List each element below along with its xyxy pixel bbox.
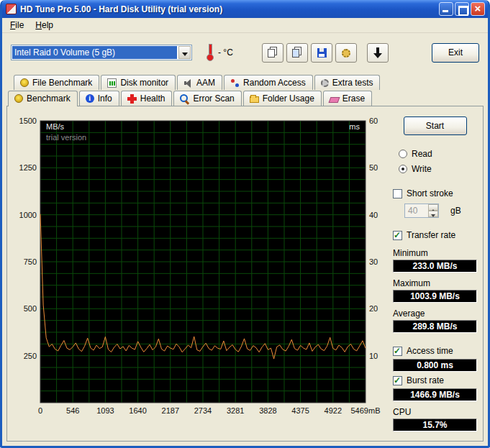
svg-text:3828: 3828 (259, 406, 276, 415)
copy-pages-button[interactable] (262, 43, 283, 63)
minimize-icon[interactable] (439, 2, 453, 16)
menu-help[interactable]: Help (30, 19, 59, 32)
options-icon (342, 49, 350, 58)
tab-disk-monitor[interactable]: Disk monitor (101, 75, 176, 90)
svg-text:40: 40 (369, 211, 378, 219)
svg-text:trial version: trial version (46, 133, 86, 142)
erase-icon (328, 97, 340, 103)
title-bar[interactable]: HD Tune Pro 5.00 - Hard Disk Utility (tr… (2, 0, 488, 18)
tab-benchmark[interactable]: Benchmark (8, 91, 78, 106)
short-stroke-size-value: 40 (405, 204, 428, 217)
benchmark-controls: Start Read Write Short stroke 40 (387, 112, 481, 439)
burst-rate-checkbox[interactable] (393, 376, 402, 385)
tab-label: Info (98, 93, 112, 104)
tab-error-scan[interactable]: Error Scan (173, 91, 241, 106)
svg-text:4375: 4375 (291, 406, 309, 415)
svg-text:2734: 2734 (194, 406, 212, 415)
maximum-value: 1003.9 MB/s (393, 290, 477, 303)
access-time-checkbox[interactable] (393, 347, 402, 356)
folder-icon (250, 96, 259, 103)
short-stroke-size-input[interactable]: 40 (404, 204, 439, 218)
window-title: HD Tune Pro 5.00 - Hard Disk Utility (tr… (20, 4, 437, 14)
menu-file[interactable]: File (4, 19, 30, 32)
tab-label: AAM (196, 78, 215, 88)
svg-text:1500: 1500 (19, 116, 37, 125)
read-radio[interactable] (399, 150, 407, 158)
short-stroke-label: Short stroke (407, 188, 453, 198)
burst-rate-label: Burst rate (407, 375, 444, 385)
svg-text:1000: 1000 (19, 211, 37, 219)
tab-label: Health (140, 93, 165, 104)
tab-health[interactable]: Health (121, 91, 173, 106)
short-stroke-row[interactable]: Short stroke (393, 186, 477, 201)
maximum-label: Maximum (393, 278, 477, 288)
close-icon[interactable] (471, 2, 485, 16)
access-time-row[interactable]: Access time (393, 344, 477, 358)
svg-text:30: 30 (369, 257, 378, 266)
temperature-label: - °C (218, 47, 233, 58)
minimum-label: Minimum (393, 248, 477, 258)
cpu-label: CPU (393, 407, 477, 417)
save-button[interactable] (311, 43, 332, 63)
tab-row-secondary: File Benchmark Disk monitor AAM Random A… (14, 75, 488, 90)
exit-button[interactable]: Exit (432, 43, 479, 63)
burst-rate-value: 1466.9 MB/s (393, 388, 477, 401)
svg-text:ms: ms (349, 122, 360, 131)
speaker-icon (183, 78, 193, 88)
tab-erase[interactable]: Erase (323, 91, 372, 106)
tab-aam[interactable]: AAM (177, 75, 222, 90)
benchmark-icon (14, 94, 23, 103)
drive-select-combobox[interactable]: Intel Raid 0 Volume (5 gB) (11, 45, 192, 60)
health-icon (127, 94, 137, 104)
tab-label: File Benchmark (32, 78, 92, 88)
svg-text:0: 0 (38, 406, 42, 415)
copy-pages-icon (268, 49, 275, 58)
read-radio-row[interactable]: Read (399, 147, 477, 161)
svg-text:20: 20 (369, 304, 378, 313)
spin-down-icon[interactable] (428, 211, 438, 217)
tab-file-benchmark[interactable]: File Benchmark (14, 75, 99, 90)
svg-text:1093: 1093 (96, 406, 114, 415)
download-icon (375, 47, 381, 59)
access-time-label: Access time (407, 346, 453, 356)
svg-text:4922: 4922 (325, 406, 342, 415)
tab-folder-usage[interactable]: Folder Usage (243, 91, 322, 106)
write-radio[interactable] (399, 165, 407, 173)
error-scan-icon (180, 94, 189, 104)
app-icon (6, 4, 17, 14)
start-button[interactable]: Start (404, 116, 467, 135)
minimum-value: 233.0 MB/s (393, 260, 477, 273)
toolbar: Intel Raid 0 Volume (5 gB) - °C Exit (2, 33, 488, 72)
chevron-down-icon[interactable] (178, 46, 191, 59)
svg-text:1640: 1640 (129, 406, 146, 415)
tab-label: Folder Usage (263, 93, 314, 104)
short-stroke-checkbox[interactable] (393, 189, 402, 198)
chart-area: 2505007501000125015001020304050600546109… (12, 112, 387, 439)
svg-text:5469mB: 5469mB (351, 406, 381, 415)
write-radio-row[interactable]: Write (399, 162, 477, 176)
thermometer-icon (207, 44, 213, 61)
tab-info[interactable]: Info (79, 91, 119, 106)
cpu-value: 15.7% (393, 419, 477, 431)
save-results-button[interactable] (367, 43, 389, 63)
transfer-rate-checkbox[interactable] (393, 231, 402, 240)
tab-label: Extra tests (332, 78, 373, 88)
spin-up-icon[interactable] (428, 204, 438, 211)
maximize-icon[interactable] (455, 2, 469, 16)
copy-report-button[interactable] (286, 43, 308, 63)
app-window: HD Tune Pro 5.00 - Hard Disk Utility (tr… (0, 0, 490, 448)
svg-text:MB/s: MB/s (46, 122, 65, 131)
tab-label: Erase (342, 93, 365, 104)
tab-label: Error Scan (193, 93, 234, 104)
short-stroke-size-row: 40 gB (404, 204, 477, 218)
transfer-rate-row[interactable]: Transfer rate (393, 228, 477, 242)
tab-label: Random Access (243, 78, 306, 88)
read-radio-label: Read (412, 149, 432, 159)
average-label: Average (393, 308, 477, 319)
tab-extra-tests[interactable]: Extra tests (314, 75, 381, 90)
options-button[interactable] (335, 43, 357, 63)
svg-text:1250: 1250 (19, 163, 37, 172)
tab-random-access[interactable]: Random Access (224, 75, 313, 90)
burst-rate-row[interactable]: Burst rate (393, 373, 477, 388)
benchmark-chart: 2505007501000125015001020304050600546109… (12, 112, 386, 421)
